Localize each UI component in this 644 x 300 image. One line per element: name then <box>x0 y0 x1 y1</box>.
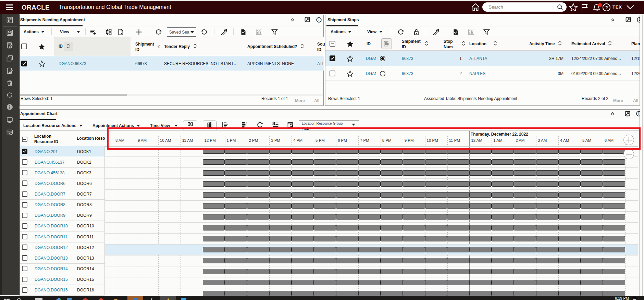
svg-text:?: ? <box>605 5 608 10</box>
